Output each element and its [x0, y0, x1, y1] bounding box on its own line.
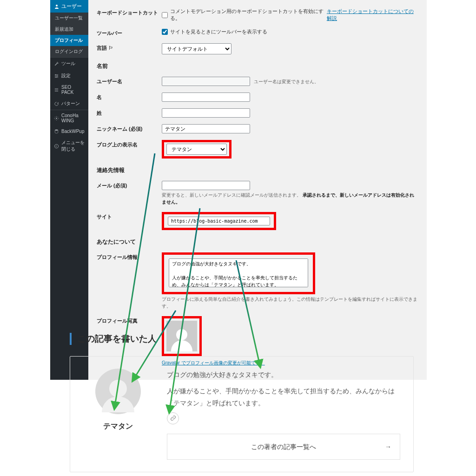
sidebar-header-label: ユーザー: [61, 3, 82, 10]
sidebar-item-collapse[interactable]: メニューを閉じる: [50, 137, 88, 155]
sidebar-header-users[interactable]: ユーザー: [50, 0, 88, 13]
email-label: メール (必須): [97, 181, 162, 189]
sidebar-sub-users[interactable]: ユーザー一覧: [50, 13, 88, 24]
link-icon: [170, 415, 176, 421]
svg-point-8: [55, 129, 58, 131]
svg-rect-5: [55, 90, 58, 90]
lastname-label: 姓: [97, 108, 162, 117]
sidebar-item-settings[interactable]: 設定: [50, 70, 88, 82]
admin-sidebar: ユーザー ユーザー一覧 新規追加 プロフィール ログインログ ツール 設定 SE…: [50, 0, 88, 380]
database-icon: [54, 129, 59, 134]
contact-heading: 連絡先情報: [97, 165, 162, 174]
svg-point-3: [56, 77, 57, 78]
photo-label: プロフィール写真: [97, 316, 162, 324]
toolbar-label: ツールバー: [97, 28, 162, 37]
author-card: テマタン ブログの勉強が大好きなタヌキです。 人が嫌がることや、手間がかかること…: [70, 356, 414, 472]
svg-point-1: [55, 74, 56, 75]
email-note: 変更すると、新しいメールアドレスに確認メールが送信されます。 承認されるまで、新…: [162, 192, 418, 205]
website-label: サイト: [97, 212, 162, 220]
email-input[interactable]: [162, 181, 250, 190]
website-input[interactable]: [168, 217, 270, 225]
gear-icon: [54, 116, 59, 121]
name-heading: 名前: [97, 61, 162, 70]
about-heading: あなたについて: [97, 237, 162, 246]
kb-shortcut-text: コメントモデレーション用のキーボードショートカットを有効にする。: [170, 8, 324, 22]
kb-shortcut-checkbox[interactable]: [162, 12, 168, 18]
wrench-icon: [54, 61, 59, 66]
sidebar-sub-add[interactable]: 新規追加: [50, 24, 88, 35]
sidebar-item-pattern[interactable]: パターン: [50, 98, 88, 110]
author-avatar: [95, 369, 141, 414]
wp-admin-panel: ユーザー ユーザー一覧 新規追加 プロフィール ログインログ ツール 設定 SE…: [50, 0, 427, 380]
displayname-highlight: テマタン: [162, 140, 231, 159]
author-bio-line2: 人が嫌がることや、手間がかかることを率先して担当するため、みんなからは「テマタン…: [167, 385, 400, 410]
profile-form: キーボードショートカット コメントモデレーション用のキーボードショートカットを有…: [88, 0, 427, 380]
svg-point-7: [56, 118, 57, 119]
author-posts-button[interactable]: この著者の記事一覧へ →: [167, 434, 400, 460]
author-website-icon[interactable]: [167, 412, 179, 424]
sidebar-sub-loginlog[interactable]: ログインログ: [50, 46, 88, 57]
lastname-input[interactable]: [162, 108, 250, 118]
author-box-preview: この記事を書いた人 テマタン ブログの勉強が大好きなタヌキです。 人が嫌がること…: [70, 333, 414, 472]
kb-shortcut-help-link[interactable]: キーボードショートカットについての解説: [327, 8, 418, 22]
nickname-label: ニックネーム (必須): [97, 124, 162, 132]
bio-textarea[interactable]: [169, 258, 308, 287]
refresh-icon: [54, 101, 59, 106]
svg-point-0: [56, 5, 58, 7]
sidebar-item-conoha[interactable]: ConoHa WING: [50, 110, 88, 126]
username-input: [162, 77, 250, 86]
toolbar-checkbox[interactable]: [162, 29, 168, 35]
list-icon: [54, 87, 59, 93]
nickname-input[interactable]: [162, 124, 250, 133]
svg-rect-6: [55, 91, 58, 91]
arrow-right-icon: →: [385, 441, 391, 453]
toolbar-text: サイトを見るときにツールバーを表示する: [170, 28, 267, 35]
kb-shortcut-label: キーボードショートカット: [97, 8, 162, 16]
sliders-icon: [54, 73, 59, 79]
svg-point-2: [57, 75, 58, 76]
firstname-input[interactable]: [162, 93, 250, 102]
bio-highlight: [162, 252, 315, 294]
author-name: テマタン: [83, 422, 153, 431]
sidebar-item-backwpup[interactable]: BackWPup: [50, 126, 88, 137]
sidebar-item-seopack[interactable]: SEO PACK: [50, 82, 88, 98]
svg-rect-4: [55, 88, 58, 89]
sidebar-item-tools[interactable]: ツール: [50, 57, 88, 70]
user-icon: [54, 4, 60, 9]
website-highlight: [162, 212, 276, 230]
username-label: ユーザー名: [97, 77, 162, 85]
language-select[interactable]: サイトデフォルト: [162, 43, 231, 54]
preview-heading: この記事を書いた人: [70, 333, 414, 345]
displayname-select[interactable]: テマタン: [166, 144, 227, 155]
bio-label: プロフィール情報: [97, 252, 162, 261]
sidebar-sub-profile[interactable]: プロフィール: [50, 35, 88, 46]
collapse-icon: [54, 144, 59, 149]
firstname-label: 名: [97, 93, 162, 101]
svg-point-9: [54, 144, 58, 148]
language-label: 言語 🏳: [97, 43, 162, 52]
displayname-label: ブログ上の表示名: [97, 140, 162, 148]
bio-note: プロフィールに添える簡単な自己紹介を書き入れてみましょう。この情報はテンプレート…: [162, 296, 418, 310]
author-bio-line1: ブログの勉強が大好きなタヌキです。: [167, 369, 400, 381]
username-note: ユーザー名は変更できません。: [254, 78, 319, 85]
